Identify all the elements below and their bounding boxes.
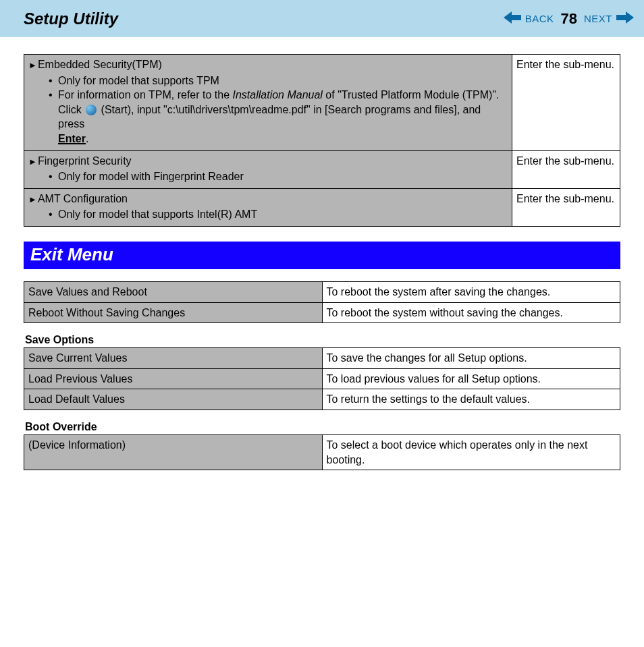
- windows-start-icon: [86, 105, 97, 115]
- table-row: Load Previous Values To load previous va…: [24, 368, 620, 389]
- cell-right: Enter the sub-menu.: [512, 150, 620, 188]
- bullet-item: Only for model with Fingerprint Reader: [49, 169, 508, 184]
- cell-right: To reboot the system after saving the ch…: [322, 281, 620, 302]
- bullet-item: Only for model that supports Intel(R) AM…: [49, 207, 508, 222]
- cell-right: Enter the sub-menu.: [512, 55, 620, 151]
- table-row: Embedded Security(TPM) Only for model th…: [24, 55, 620, 151]
- table-row: (Device Information) To select a boot de…: [24, 434, 620, 470]
- cell-right: To load previous values for all Setup op…: [322, 368, 620, 389]
- section-heading: Exit Menu: [24, 242, 620, 269]
- submenu-title: Embedded Security(TPM): [28, 59, 162, 70]
- cell-right: To return the settings to the default va…: [322, 389, 620, 410]
- cell-left: Embedded Security(TPM) Only for model th…: [24, 55, 512, 151]
- page-title: Setup Utility: [24, 9, 118, 28]
- svg-marker-1: [616, 11, 634, 24]
- table-row: Reboot Without Saving Changes To reboot …: [24, 302, 620, 323]
- submenu-table: Embedded Security(TPM) Only for model th…: [24, 54, 620, 227]
- back-arrow-icon[interactable]: [504, 11, 521, 26]
- table-row: AMT Configuration Only for model that su…: [24, 188, 620, 226]
- next-arrow-icon[interactable]: [616, 11, 634, 26]
- cell-left: Load Default Values: [24, 389, 323, 410]
- submenu-title: AMT Configuration: [28, 193, 128, 204]
- next-link[interactable]: NEXT: [584, 13, 612, 24]
- cell-left: Fingerprint Security Only for model with…: [24, 150, 512, 188]
- header-bar: Setup Utility BACK 78 NEXT: [0, 0, 644, 37]
- subheading: Boot Override: [25, 421, 620, 433]
- page-number: 78: [561, 10, 577, 28]
- subheading: Save Options: [25, 334, 620, 346]
- content-area: Embedded Security(TPM) Only for model th…: [0, 37, 644, 484]
- save-options-table: Save Current Values To save the changes …: [24, 347, 620, 410]
- bullet-item: Only for model that supports TPM: [49, 74, 508, 88]
- table-row: Fingerprint Security Only for model with…: [24, 150, 620, 188]
- enter-key-label: Enter: [58, 133, 86, 144]
- cell-left: (Device Information): [24, 434, 323, 470]
- table-row: Load Default Values To return the settin…: [24, 389, 620, 410]
- cell-right: To select a boot device which operates o…: [322, 434, 620, 470]
- bullet-item: For information on TPM, refer to the Ins…: [49, 88, 508, 146]
- cell-left: Save Values and Reboot: [24, 281, 323, 302]
- cell-right: To reboot the system without saving the …: [322, 302, 620, 323]
- cell-right: To save the changes for all Setup option…: [322, 348, 620, 369]
- cell-left: Reboot Without Saving Changes: [24, 302, 323, 323]
- cell-left: Load Previous Values: [24, 368, 323, 389]
- cell-right: Enter the sub-menu.: [512, 188, 620, 226]
- svg-marker-0: [504, 11, 521, 24]
- back-link[interactable]: BACK: [525, 13, 554, 24]
- cell-left: AMT Configuration Only for model that su…: [24, 188, 512, 226]
- nav-controls: BACK 78 NEXT: [504, 10, 634, 28]
- exit-table: Save Values and Reboot To reboot the sys…: [24, 281, 620, 323]
- table-row: Save Values and Reboot To reboot the sys…: [24, 281, 620, 302]
- submenu-title: Fingerprint Security: [28, 155, 132, 167]
- boot-override-table: (Device Information) To select a boot de…: [24, 434, 620, 470]
- table-row: Save Current Values To save the changes …: [24, 348, 620, 369]
- cell-left: Save Current Values: [24, 348, 323, 369]
